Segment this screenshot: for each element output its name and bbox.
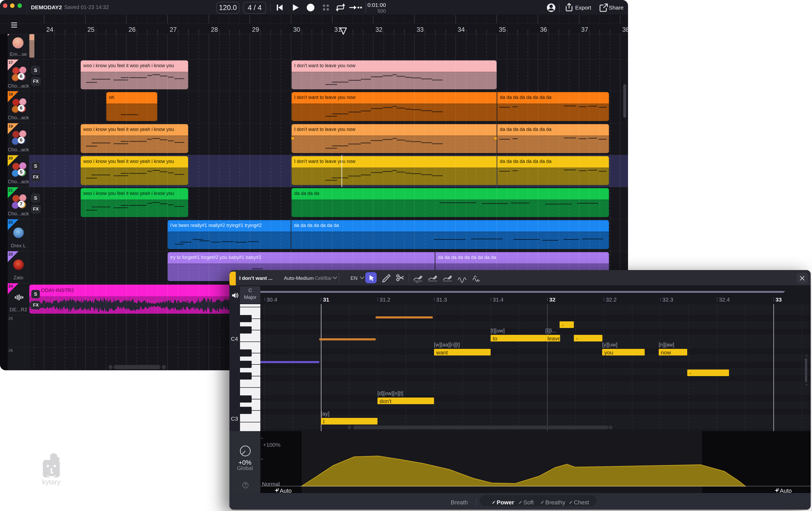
svg-text:kytary: kytary — [42, 478, 60, 486]
